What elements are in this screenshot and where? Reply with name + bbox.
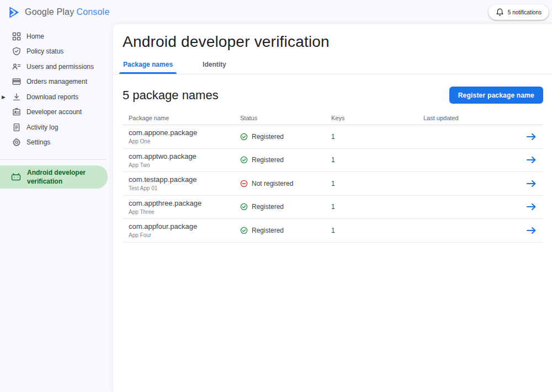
check-circle-icon [240,133,248,141]
register-package-name-button[interactable]: Register package name [449,87,543,104]
column-header-keys: Keys [327,115,423,121]
sidebar-item-download-reports[interactable]: ▶ Download reports [0,89,113,105]
table-row: com.testapp.package Test App 01 Not regi… [123,172,543,196]
credit-card-icon [12,77,21,86]
app-name: App Three [129,209,235,215]
shield-check-icon [12,47,21,56]
sidebar-item-label: Policy status [26,47,63,55]
app-name: Test App 01 [129,185,235,191]
row-detail-arrow-button[interactable] [519,203,543,211]
sidebar-nav: ▶ Home ▶ Policy status ▶ Users and permi… [0,24,113,392]
sidebar-item-settings[interactable]: ▶ Settings [0,135,113,151]
sidebar-item-policy-status[interactable]: ▶ Policy status [0,44,113,60]
document-icon [12,123,21,132]
sidebar-divider [0,159,107,160]
gear-icon [12,138,21,147]
table-row: com.appfour.package App Four Registered … [123,219,543,243]
column-header-package-name: Package name [123,115,235,121]
google-play-console-logo[interactable]: Google PlayConsole [8,6,109,19]
table-body: com.appone.package App One Registered 1 … [123,125,543,243]
main-content: Android developer verification Package n… [113,24,552,392]
row-detail-arrow-button[interactable] [519,133,543,141]
keys-count: 1 [327,203,423,211]
package-table: Package name Status Keys Last updated co… [123,111,543,243]
keys-count: 1 [327,156,423,164]
sidebar-item-label: Download reports [26,93,78,101]
status-label: Registered [252,156,284,164]
column-header-status: Status [235,115,327,121]
google-play-triangle-icon [8,6,20,19]
row-detail-arrow-button[interactable] [519,156,543,164]
keys-count: 1 [327,227,423,234]
sidebar-item-label: Settings [26,138,50,146]
android-head-icon [11,172,21,182]
table-row: com.appthree.package App Three Registere… [123,196,543,219]
table-row: com.appone.package App One Registered 1 [123,125,543,149]
check-circle-icon [240,156,248,164]
users-icon [12,62,21,71]
status-label: Not registered [252,180,293,187]
sidebar-item-home[interactable]: ▶ Home [0,29,113,44]
package-name: com.appfour.package [129,222,235,231]
sidebar-item-activity-log[interactable]: ▶ Activity log [0,120,113,135]
package-name: com.appone.package [129,128,235,137]
tab-bar: Package names Identity [119,58,552,74]
package-name: com.apptwo.package [129,152,235,161]
bell-icon [496,8,504,17]
sidebar-item-label: Developer account [26,108,82,116]
sidebar-item-label: Activity log [26,123,58,131]
table-header-row: Package name Status Keys Last updated [123,111,543,125]
status-label: Registered [252,203,284,211]
status-label: Registered [252,227,284,234]
logo-text: Google PlayConsole [25,7,109,17]
app-name: App Four [129,232,235,238]
sidebar-item-label: Android developer verification [27,168,92,186]
package-name: com.appthree.package [129,199,235,208]
expand-caret-icon[interactable]: ▶ [2,94,6,99]
keys-count: 1 [327,133,423,141]
tab-divider [113,74,552,74]
tab-identity[interactable]: Identity [199,58,230,74]
sidebar-item-users-and-permissions[interactable]: ▶ Users and permissions [0,59,113,74]
logo-google-play-text: Google Play [25,7,74,17]
top-bar: Google PlayConsole 5 notifications [0,0,552,24]
sidebar-item-label: Users and permissions [26,63,94,71]
row-detail-arrow-button[interactable] [519,180,543,187]
notifications-label: 5 notifications [508,9,542,15]
id-badge-icon [12,108,21,116]
home-grid-icon [12,32,21,41]
tab-package-names[interactable]: Package names [119,58,177,74]
app-name: App One [129,138,235,144]
check-circle-icon [240,203,248,211]
minus-circle-icon [240,180,248,187]
section-title: 5 package names [123,88,219,103]
logo-console-text: Console [76,7,109,17]
keys-count: 1 [327,180,423,187]
page-title: Android developer verification [123,33,552,51]
row-detail-arrow-button[interactable] [519,227,543,234]
package-name: com.testapp.package [129,175,235,184]
sidebar-item-orders-management[interactable]: ▶ Orders management [0,74,113,90]
notifications-button[interactable]: 5 notifications [489,4,549,20]
column-header-last-updated: Last updated [423,115,519,121]
check-circle-icon [240,227,248,234]
status-label: Registered [252,133,284,141]
sidebar-item-android-developer-verification[interactable]: Android developer verification [0,165,108,189]
download-icon [12,93,21,101]
table-row: com.apptwo.package App Two Registered 1 [123,149,543,173]
app-name: App Two [129,162,235,168]
sidebar-item-developer-account[interactable]: ▶ Developer account [0,105,113,120]
sidebar-item-label: Orders management [26,78,87,85]
sidebar-item-label: Home [26,33,44,40]
